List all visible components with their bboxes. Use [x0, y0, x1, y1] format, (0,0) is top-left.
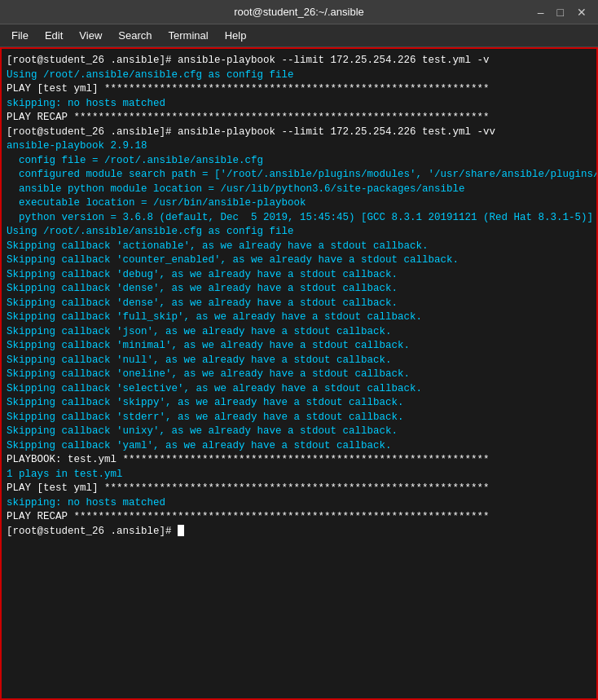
terminal-line: Skipping callback 'actionable', as we al… — [7, 240, 591, 254]
terminal-line: Skipping callback 'stderr', as we alread… — [7, 411, 591, 425]
terminal-line: [root@student_26 .ansible]# ansible-play… — [7, 54, 591, 68]
terminal-line: Skipping callback 'selective', as we alr… — [7, 382, 591, 397]
terminal-line: Skipping callback 'yaml', as we already … — [7, 439, 591, 454]
terminal-line: Skipping callback 'dense', as we already… — [7, 282, 591, 297]
window-controls: – □ ✕ — [533, 4, 591, 20]
terminal-line: [root@student_26 .ansible]# — [7, 525, 591, 539]
terminal-line: [root@student_26 .ansible]# ansible-play… — [7, 125, 591, 140]
terminal-line: skipping: no hosts matched — [7, 97, 591, 112]
terminal-line: configured module search path = ['/root/… — [7, 168, 591, 183]
menu-item-search[interactable]: Search — [110, 26, 160, 45]
terminal-line: Skipping callback 'full_skip', as we alr… — [7, 310, 591, 325]
terminal-line: PLAY [test yml] ************************… — [7, 82, 591, 97]
terminal-line: Skipping callback 'minimal', as we alrea… — [7, 339, 591, 354]
title-bar: root@student_26:~/.ansible – □ ✕ — [0, 0, 598, 24]
menu-item-file[interactable]: File — [3, 26, 37, 45]
minimize-button[interactable]: – — [533, 4, 549, 20]
terminal-line: python version = 3.6.8 (default, Dec 5 2… — [7, 211, 591, 226]
terminal-line: PLAY RECAP *****************************… — [7, 510, 591, 525]
terminal-line: PLAY [test yml] ************************… — [7, 482, 591, 496]
terminal-line: Skipping callback 'null', as we already … — [7, 354, 591, 368]
menu-item-view[interactable]: View — [71, 26, 110, 45]
menu-item-help[interactable]: Help — [217, 26, 255, 45]
terminal-line: 1 plays in test.yml — [7, 468, 591, 482]
terminal-line: Using /root/.ansible/ansible.cfg as conf… — [7, 68, 591, 83]
menu-bar: FileEditViewSearchTerminalHelp — [0, 24, 598, 47]
menu-item-terminal[interactable]: Terminal — [160, 26, 217, 45]
terminal-line: ansible-playbook 2.9.18 — [7, 139, 591, 154]
terminal-line: Skipping callback 'counter_enabled', as … — [7, 253, 591, 268]
terminal-line: Skipping callback 'skippy', as we alread… — [7, 396, 591, 411]
terminal-line: PLAY RECAP *****************************… — [7, 111, 591, 125]
terminal-line: PLAYBOOK: test.yml *********************… — [7, 453, 591, 468]
terminal-line: Skipping callback 'debug', as we already… — [7, 268, 591, 283]
terminal-line: Skipping callback 'json', as we already … — [7, 325, 591, 340]
menu-item-edit[interactable]: Edit — [37, 26, 71, 45]
terminal-area[interactable]: [root@student_26 .ansible]# ansible-play… — [0, 47, 598, 700]
terminal-output: [root@student_26 .ansible]# ansible-play… — [3, 52, 595, 540]
terminal-line: Skipping callback 'oneline', as we alrea… — [7, 368, 591, 382]
close-button[interactable]: ✕ — [572, 4, 591, 20]
window-title: root@student_26:~/.ansible — [234, 6, 364, 18]
terminal-line: Using /root/.ansible/ansible.cfg as conf… — [7, 225, 591, 240]
terminal-line: skipping: no hosts matched — [7, 496, 591, 511]
terminal-line: executable location = /usr/bin/ansible-p… — [7, 196, 591, 211]
maximize-button[interactable]: □ — [552, 4, 569, 20]
terminal-line: ansible python module location = /usr/li… — [7, 183, 591, 197]
terminal-line: config file = /root/.ansible/ansible.cfg — [7, 154, 591, 169]
terminal-line: Skipping callback 'unixy', as we already… — [7, 425, 591, 439]
terminal-cursor — [178, 525, 184, 536]
terminal-line: Skipping callback 'dense', as we already… — [7, 297, 591, 311]
